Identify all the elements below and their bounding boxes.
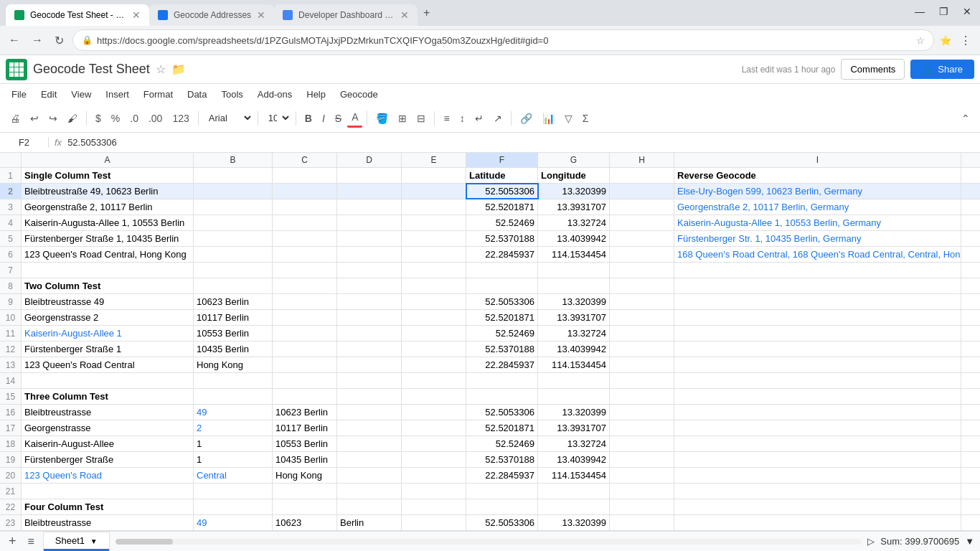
cell-f9[interactable]: 52.5053306	[466, 294, 538, 309]
cell-c16[interactable]: 10623 Berlin	[273, 405, 337, 420]
cell-c2[interactable]	[273, 184, 337, 199]
cell-e12[interactable]	[402, 342, 466, 357]
new-tab-button[interactable]: +	[418, 4, 435, 22]
cell-i13[interactable]	[674, 357, 961, 372]
cell-e21[interactable]	[402, 484, 466, 499]
cell-i20[interactable]	[674, 468, 961, 483]
tab-close-3[interactable]: ✕	[400, 9, 409, 21]
cell-h12[interactable]	[610, 342, 674, 357]
cell-h10[interactable]	[610, 310, 674, 325]
tab-close-2[interactable]: ✕	[257, 9, 265, 21]
cell-c14[interactable]	[273, 373, 337, 388]
cell-b7[interactable]	[194, 263, 273, 278]
row-num-11[interactable]: 11	[0, 326, 22, 341]
cell-b12[interactable]: 10435 Berlin	[194, 342, 273, 357]
col-header-i[interactable]: I	[674, 153, 961, 167]
text-color-button[interactable]: A	[347, 108, 362, 128]
cell-g8[interactable]	[538, 278, 610, 293]
cell-c20[interactable]: Hong Kong	[273, 468, 337, 483]
cell-h2[interactable]	[610, 184, 674, 199]
cell-g20[interactable]: 114.1534454	[538, 468, 610, 483]
row-num-20[interactable]: 20	[0, 468, 22, 483]
cell-e10[interactable]	[402, 310, 466, 325]
cell-e3[interactable]	[402, 199, 466, 215]
cell-a15[interactable]: Three Column Test	[22, 389, 194, 404]
cell-f20[interactable]: 22.2845937	[466, 468, 538, 483]
cell-g7[interactable]	[538, 263, 610, 278]
cell-g21[interactable]	[538, 484, 610, 499]
cell-b3[interactable]	[194, 199, 273, 215]
row-num-16[interactable]: 16	[0, 405, 22, 420]
cell-g1[interactable]: Longitude	[538, 168, 610, 183]
cell-a22[interactable]: Four Column Test	[22, 499, 194, 514]
close-button[interactable]: ✕	[960, 4, 974, 19]
menu-format[interactable]: Format	[138, 86, 179, 103]
cell-d11[interactable]	[337, 326, 402, 341]
cell-e7[interactable]	[402, 263, 466, 278]
cell-h21[interactable]	[610, 484, 674, 499]
cell-h3[interactable]	[610, 199, 674, 215]
cell-e1[interactable]	[402, 168, 466, 183]
cell-c7[interactable]	[273, 263, 337, 278]
row-num-7[interactable]: 7	[0, 263, 22, 278]
cell-h19[interactable]	[610, 452, 674, 467]
cell-d12[interactable]	[337, 342, 402, 357]
cell-c13[interactable]	[273, 357, 337, 372]
cell-e13[interactable]	[402, 357, 466, 372]
comments-button[interactable]: Comments	[841, 59, 905, 80]
tab-close-1[interactable]: ✕	[132, 9, 141, 21]
cell-f18[interactable]: 52.52469	[466, 436, 538, 451]
cell-c1[interactable]	[273, 168, 337, 183]
cell-i5[interactable]: Fürstenberger Str. 1, 10435 Berlin, Germ…	[674, 231, 961, 246]
cell-h15[interactable]	[610, 389, 674, 404]
cell-b17[interactable]: 2	[194, 420, 273, 435]
cell-a4[interactable]: Kaiserin-Augusta-Allee 1, 10553 Berlin	[22, 215, 194, 230]
cell-d17[interactable]	[337, 420, 402, 435]
cell-e6[interactable]	[402, 247, 466, 262]
explore-icon[interactable]: ▷	[867, 536, 875, 547]
cell-i12[interactable]	[674, 342, 961, 357]
cell-g6[interactable]: 114.1534454	[538, 247, 610, 262]
cell-c12[interactable]	[273, 342, 337, 357]
menu-view[interactable]: View	[65, 86, 97, 103]
horizontal-scrollbar[interactable]	[116, 539, 862, 545]
bold-button[interactable]: B	[301, 110, 316, 127]
cell-d13[interactable]	[337, 357, 402, 372]
row-num-21[interactable]: 21	[0, 484, 22, 499]
bookmark-star-icon[interactable]: ☆	[916, 35, 925, 46]
cell-d23[interactable]: Berlin	[337, 515, 402, 530]
cell-d1[interactable]	[337, 168, 402, 183]
cell-g17[interactable]: 13.3931707	[538, 420, 610, 435]
cell-e14[interactable]	[402, 373, 466, 388]
cell-a10[interactable]: Georgenstrasse 2	[22, 310, 194, 325]
cell-d18[interactable]	[337, 436, 402, 451]
redo-button[interactable]: ↪	[44, 110, 62, 127]
cell-e5[interactable]	[402, 231, 466, 246]
cell-a21[interactable]	[22, 484, 194, 499]
cell-e17[interactable]	[402, 420, 466, 435]
cell-b22[interactable]	[194, 499, 273, 514]
row-num-2[interactable]: 2	[0, 184, 22, 199]
cell-f16[interactable]: 52.5053306	[466, 405, 538, 420]
cell-a11[interactable]: Kaiserin-August-Allee 1	[22, 326, 194, 341]
minimize-button[interactable]: —	[912, 4, 928, 19]
cell-g23[interactable]: 13.320399	[538, 515, 610, 530]
cell-f14[interactable]	[466, 373, 538, 388]
cell-c22[interactable]	[273, 499, 337, 514]
col-header-h[interactable]: H	[610, 153, 674, 167]
font-size-select[interactable]: 10	[263, 110, 291, 126]
cell-b9[interactable]: 10623 Berlin	[194, 294, 273, 309]
cell-a5[interactable]: Fürstenberger Straße 1, 10435 Berlin	[22, 231, 194, 246]
cell-c9[interactable]	[273, 294, 337, 309]
cell-i21[interactable]	[674, 484, 961, 499]
back-button[interactable]: ←	[6, 31, 23, 50]
currency-button[interactable]: $	[91, 110, 105, 127]
row-num-14[interactable]: 14	[0, 373, 22, 388]
cell-f19[interactable]: 52.5370188	[466, 452, 538, 467]
cell-f4[interactable]: 52.52469	[466, 215, 538, 230]
cell-a17[interactable]: Georgenstrasse	[22, 420, 194, 435]
col-header-a[interactable]: A	[22, 153, 194, 167]
font-select[interactable]: Arial	[203, 110, 253, 126]
cell-g14[interactable]	[538, 373, 610, 388]
cell-c8[interactable]	[273, 278, 337, 293]
